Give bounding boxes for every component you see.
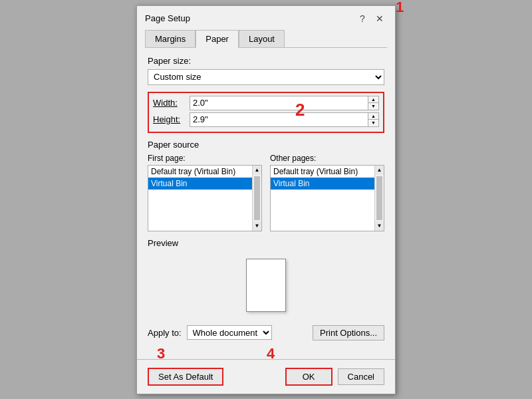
width-input-wrap: ▲ ▼ bbox=[190, 96, 379, 110]
height-input-wrap: ▲ ▼ bbox=[190, 112, 379, 127]
other-pages-col: Other pages: Default tray (Virtual Bin) … bbox=[270, 154, 384, 231]
cancel-button[interactable]: Cancel bbox=[338, 368, 384, 385]
other-pages-label: Other pages: bbox=[270, 154, 384, 163]
preview-box bbox=[148, 252, 384, 319]
close-button[interactable]: ✕ bbox=[372, 11, 387, 26]
ok-button[interactable]: OK bbox=[285, 368, 332, 386]
tab-bar: Margins Paper Layout bbox=[137, 26, 395, 47]
first-page-scroll-thumb[interactable] bbox=[254, 176, 260, 220]
apply-select-wrapper: Whole document This section bbox=[187, 325, 272, 340]
other-pages-listbox[interactable]: Default tray (Virtual Bin) Virtual Bin ▲… bbox=[270, 165, 384, 231]
paper-size-row: Custom size Letter A4 bbox=[148, 69, 384, 85]
height-down-button[interactable]: ▼ bbox=[368, 119, 378, 126]
first-page-label: First page: bbox=[148, 154, 262, 163]
width-spinner: ▲ ▼ bbox=[368, 96, 378, 110]
dialog-title: Page Setup bbox=[145, 13, 190, 23]
other-pages-list-inner: Default tray (Virtual Bin) Virtual Bin bbox=[271, 166, 374, 190]
paper-size-label: Paper size: bbox=[148, 56, 384, 66]
first-page-item-0[interactable]: Default tray (Virtual Bin) bbox=[148, 166, 252, 178]
width-row: Width: ▲ ▼ bbox=[153, 96, 379, 110]
other-pages-scroll-thumb[interactable] bbox=[376, 176, 382, 220]
title-icons: ? ✕ bbox=[355, 11, 387, 26]
first-page-scrollbar[interactable]: ▲ ▼ bbox=[252, 166, 261, 231]
width-down-button[interactable]: ▼ bbox=[368, 102, 378, 110]
width-label: Width: bbox=[153, 98, 190, 108]
height-label: Height: bbox=[153, 114, 190, 124]
width-input[interactable] bbox=[190, 96, 368, 110]
width-up-button[interactable]: ▲ bbox=[368, 96, 378, 103]
annotation-1: 1 bbox=[396, 0, 404, 16]
dimensions-box: Width: ▲ ▼ Height: ▲ bbox=[148, 92, 384, 133]
other-pages-scrollbar[interactable]: ▲ ▼ bbox=[374, 166, 384, 231]
first-page-scroll-down[interactable]: ▼ bbox=[253, 221, 261, 231]
tab-paper[interactable]: Paper bbox=[196, 30, 239, 48]
first-page-item-1[interactable]: Virtual Bin bbox=[148, 178, 252, 190]
dialog-body: Paper size: Custom size Letter A4 Width: bbox=[137, 48, 395, 355]
other-pages-scroll-down[interactable]: ▼ bbox=[375, 221, 384, 231]
other-pages-item-0[interactable]: Default tray (Virtual Bin) bbox=[271, 166, 374, 178]
height-spinner: ▲ ▼ bbox=[368, 113, 378, 126]
bottom-divider bbox=[137, 359, 395, 360]
paper-size-select[interactable]: Custom size Letter A4 bbox=[148, 69, 384, 85]
preview-page bbox=[246, 259, 286, 312]
height-input[interactable] bbox=[190, 113, 368, 126]
first-page-col: First page: Default tray (Virtual Bin) V… bbox=[148, 154, 262, 231]
preview-label: Preview bbox=[148, 238, 384, 248]
apply-select[interactable]: Whole document This section bbox=[187, 325, 272, 340]
apply-label: Apply to: bbox=[148, 328, 182, 338]
tab-margins[interactable]: Margins bbox=[145, 30, 196, 47]
height-up-button[interactable]: ▲ bbox=[368, 113, 378, 120]
page-setup-dialog: Page Setup ? ✕ Margins Paper Layout Pape… bbox=[136, 5, 396, 394]
title-bar: Page Setup ? ✕ bbox=[137, 6, 395, 26]
first-page-listbox[interactable]: Default tray (Virtual Bin) Virtual Bin ▲… bbox=[148, 165, 262, 231]
bottom-buttons: Set As Default 3 4 OK Cancel bbox=[137, 364, 395, 394]
apply-row: Apply to: Whole document This section Pr… bbox=[148, 325, 384, 340]
paper-source-label: Paper source bbox=[148, 140, 384, 150]
first-page-scroll-up[interactable]: ▲ bbox=[253, 166, 261, 175]
first-page-list-inner: Default tray (Virtual Bin) Virtual Bin bbox=[148, 166, 252, 190]
set-as-default-button[interactable]: Set As Default bbox=[148, 368, 223, 386]
source-columns: First page: Default tray (Virtual Bin) V… bbox=[148, 154, 384, 231]
tab-layout[interactable]: Layout bbox=[239, 30, 285, 47]
other-pages-item-1[interactable]: Virtual Bin bbox=[271, 178, 374, 190]
help-button[interactable]: ? bbox=[355, 11, 370, 26]
other-pages-scroll-up[interactable]: ▲ bbox=[375, 166, 384, 175]
preview-section: Preview bbox=[148, 238, 384, 319]
paper-size-select-wrapper: Custom size Letter A4 bbox=[148, 69, 384, 85]
print-options-button[interactable]: Print Options... bbox=[313, 325, 384, 340]
height-row: Height: ▲ ▼ bbox=[153, 112, 379, 127]
